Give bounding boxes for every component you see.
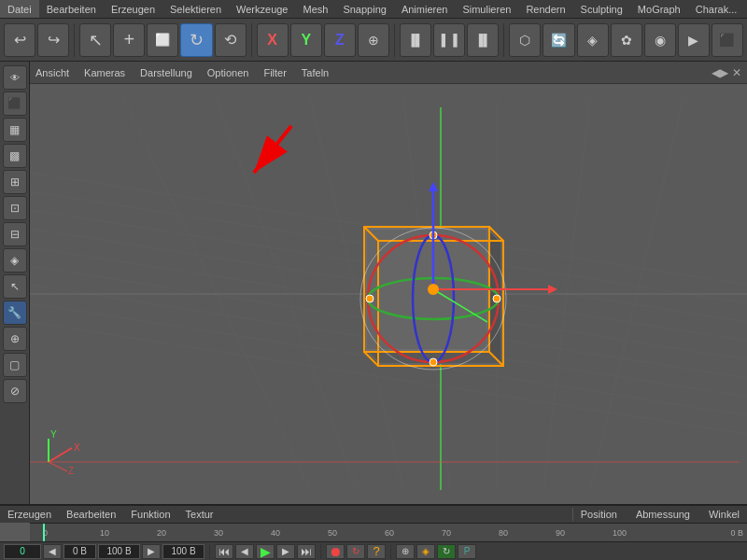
sidebar-rect-btn[interactable]: ▢ xyxy=(3,353,27,377)
go-end-btn[interactable]: ⏭ xyxy=(297,544,316,559)
bottom-panel: Erzeugen Bearbeiten Funktion Textur Posi… xyxy=(0,504,747,523)
rotate-button[interactable]: ↻ xyxy=(180,23,212,57)
transport-bar: 0 ◀ 0 B 100 B ▶ 100 B ⏮ ◀ ▶ ▶ ⏭ ⏺ ↻ ? ⊕ … xyxy=(0,541,747,560)
timeline-playhead xyxy=(43,524,45,541)
sidebar-cursor-btn[interactable]: ↖ xyxy=(3,274,27,299)
sidebar-perspective-btn[interactable]: 👁 xyxy=(3,65,27,90)
svg-point-37 xyxy=(493,295,500,302)
menu-bearbeiten[interactable]: Bearbeiten xyxy=(39,0,104,18)
film-1-button[interactable]: ▐▌ xyxy=(400,23,431,57)
sidebar-cube-btn[interactable]: ⬛ xyxy=(3,91,27,116)
menu-rendern[interactable]: Rendern xyxy=(518,0,572,18)
menu-animieren[interactable]: Animieren xyxy=(394,0,456,18)
sidebar-sub-btn[interactable]: ⊡ xyxy=(3,196,27,220)
film-2-button[interactable]: ▌▐ xyxy=(433,23,465,57)
y-axis-button[interactable]: Y xyxy=(290,23,322,57)
timeline[interactable]: 0 0 10 20 30 40 50 60 70 80 90 100 0 B xyxy=(30,523,747,541)
go-start-btn[interactable]: ⏮ xyxy=(215,544,233,559)
bp-position: Position xyxy=(581,509,617,520)
menu-werkzeuge[interactable]: Werkzeuge xyxy=(229,0,295,18)
grid-canvas: X Y Z xyxy=(30,84,747,504)
sidebar-circle-btn[interactable]: ⊘ xyxy=(3,379,27,403)
left-sidebar: 👁 ⬛ ▦ ▩ ⊞ ⊡ ⊟ ◈ ↖ 🔧 ⊕ ▢ ⊘ xyxy=(0,62,30,523)
menu-erzeugen[interactable]: Erzeugen xyxy=(104,0,162,18)
move-button[interactable]: ⬜ xyxy=(147,23,178,57)
menu-bar: Datei Bearbeiten Erzeugen Selektieren We… xyxy=(0,0,747,19)
help-btn[interactable]: ? xyxy=(367,544,386,559)
bp-textur[interactable]: Textur xyxy=(186,509,214,520)
menu-sculpting[interactable]: Sculpting xyxy=(573,0,630,18)
obj-rotate-button[interactable]: 🔄 xyxy=(543,23,574,57)
obj-flower-button[interactable]: ✿ xyxy=(611,23,642,57)
menu-mograph[interactable]: MoGraph xyxy=(630,0,688,18)
loop-btn[interactable]: ↻ xyxy=(346,544,365,559)
keyframe-btn[interactable]: ◈ xyxy=(416,544,435,559)
x-axis-button[interactable]: X xyxy=(257,23,289,57)
tick-30: 30 xyxy=(214,524,223,541)
record-btn[interactable]: ⏺ xyxy=(326,544,345,559)
obj-sphere-button[interactable]: ⬡ xyxy=(509,23,541,57)
bp-bearbeiten[interactable]: Bearbeiten xyxy=(66,509,116,520)
play-btn[interactable]: ▶ xyxy=(256,544,275,559)
menu-datei[interactable]: Datei xyxy=(0,0,39,18)
viewport-3d[interactable]: X Y Z xyxy=(30,84,747,504)
viewport-icon-group: ◀▶ ✕ xyxy=(712,66,741,79)
bp-funktion[interactable]: Funktion xyxy=(131,509,170,520)
snap-btn[interactable]: ⊕ xyxy=(396,544,415,559)
frame-up-btn[interactable]: ▶ xyxy=(142,544,161,559)
add-button[interactable]: + xyxy=(113,23,145,57)
viewport-ansicht[interactable]: Ansicht xyxy=(35,67,69,78)
obj-play-button[interactable]: ▶ xyxy=(678,23,710,57)
sidebar-sel2-btn[interactable]: ◈ xyxy=(3,248,27,273)
menu-selektieren[interactable]: Selektieren xyxy=(162,0,229,18)
auto-key-btn[interactable]: ↻ xyxy=(437,544,456,559)
film-3-button[interactable]: ▐▌ xyxy=(467,23,499,57)
sidebar-magnet-btn[interactable]: 🔧 xyxy=(3,301,27,325)
frame-down-btn[interactable]: ◀ xyxy=(43,544,62,559)
sidebar-add-btn[interactable]: ⊞ xyxy=(3,170,27,194)
tick-90: 90 xyxy=(556,524,565,541)
svg-text:Y: Y xyxy=(50,429,57,440)
viewport-filter[interactable]: Filter xyxy=(263,67,286,78)
bottom-panel-right: Position Abmessung Winkel xyxy=(573,509,747,520)
svg-text:X: X xyxy=(74,442,80,453)
viewport-close-icon[interactable]: ✕ xyxy=(732,66,741,79)
menu-mesh[interactable]: Mesh xyxy=(295,0,335,18)
obj-circle-button[interactable]: ◉ xyxy=(644,23,676,57)
viewport-expand-icon[interactable]: ◀▶ xyxy=(712,66,728,79)
start-frame-field[interactable]: 0 B xyxy=(63,544,96,559)
tick-10: 10 xyxy=(100,524,109,541)
transport-sep-1 xyxy=(209,544,210,559)
viewport-darstellung[interactable]: Darstellung xyxy=(140,67,192,78)
tick-40: 40 xyxy=(271,524,280,541)
menu-snapping[interactable]: Snapping xyxy=(335,0,394,18)
select-button[interactable]: ↖ xyxy=(79,23,111,57)
viewport-optionen[interactable]: Optionen xyxy=(207,67,249,78)
tick-50: 50 xyxy=(328,524,337,541)
motion-btn[interactable]: P xyxy=(458,544,476,559)
step-fwd-btn[interactable]: ▶ xyxy=(276,544,295,559)
viewport-tafeln[interactable]: Tafeln xyxy=(302,67,329,78)
redo-button[interactable]: ↪ xyxy=(37,23,69,57)
sidebar-texture-btn[interactable]: ▩ xyxy=(3,144,27,168)
bottom-panel-left: Erzeugen Bearbeiten Funktion Textur xyxy=(0,509,572,520)
sidebar-snap-btn[interactable]: ⊕ xyxy=(3,327,27,351)
menu-charak[interactable]: Charak... xyxy=(688,0,745,18)
out-frame-field[interactable]: 100 B xyxy=(162,544,204,559)
step-back-btn[interactable]: ◀ xyxy=(235,544,254,559)
sidebar-sel-btn[interactable]: ⊟ xyxy=(3,222,27,246)
z-axis-button[interactable]: Z xyxy=(324,23,356,57)
world-button[interactable]: ⊕ xyxy=(358,23,389,57)
tick-20: 20 xyxy=(157,524,166,541)
obj-box-button[interactable]: ⬛ xyxy=(712,23,743,57)
scale-button[interactable]: ⟲ xyxy=(215,23,247,57)
obj-gem-button[interactable]: ◈ xyxy=(577,23,609,57)
bp-erzeugen[interactable]: Erzeugen xyxy=(7,509,51,520)
undo-button[interactable]: ↩ xyxy=(4,23,35,57)
menu-simulieren[interactable]: Simulieren xyxy=(455,0,518,18)
viewport-kameras[interactable]: Kameras xyxy=(84,67,125,78)
end-frame-field[interactable]: 100 B xyxy=(98,544,140,559)
sidebar-grid-btn[interactable]: ▦ xyxy=(3,118,27,142)
timeline-ruler[interactable]: 0 10 20 30 40 50 60 70 80 90 100 0 B xyxy=(30,524,747,541)
current-frame-field[interactable]: 0 xyxy=(4,544,41,559)
